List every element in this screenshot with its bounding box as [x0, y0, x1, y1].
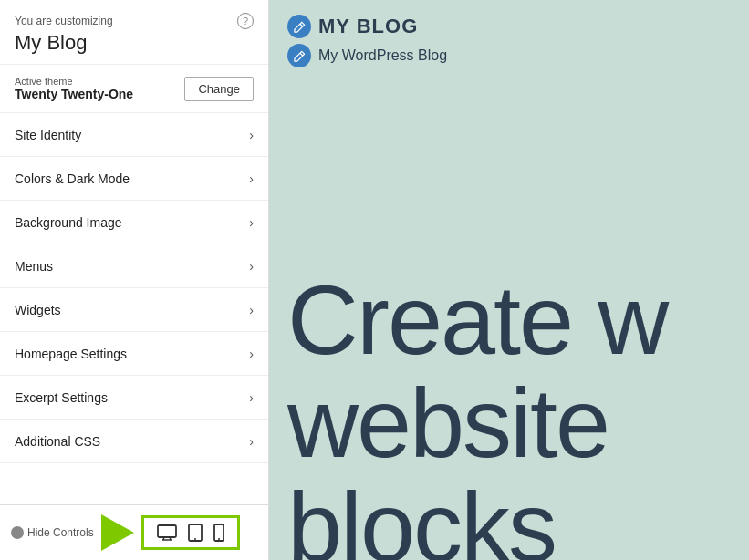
green-arrow-icon: [101, 514, 134, 551]
svg-point-5: [194, 538, 196, 540]
chevron-right-icon: ›: [249, 390, 254, 405]
sidebar-header: You are customizing ? My Blog: [0, 0, 268, 65]
preview-main-line3: blocks: [287, 475, 667, 560]
circle-icon: [11, 526, 24, 539]
svg-rect-0: [158, 525, 176, 537]
sidebar-footer: Hide Controls: [0, 504, 268, 560]
nav-item-label: Homepage Settings: [15, 347, 127, 361]
chevron-right-icon: ›: [249, 171, 254, 186]
chevron-right-icon: ›: [249, 347, 254, 361]
preview-blog-subtitle: My WordPress Blog: [318, 47, 447, 64]
nav-item-homepage-settings[interactable]: Homepage Settings ›: [0, 332, 268, 376]
preview-main-text: Create w website blocks: [287, 268, 667, 560]
preview-main-line2: website: [287, 371, 667, 474]
chevron-right-icon: ›: [249, 128, 254, 142]
mobile-icon[interactable]: [213, 524, 224, 542]
customizing-label: You are customizing ?: [15, 13, 254, 29]
arrow-indicator: [101, 514, 134, 551]
nav-item-background-image[interactable]: Background Image ›: [0, 201, 268, 244]
blog-title: My Blog: [15, 31, 254, 55]
nav-item-label: Additional CSS: [15, 434, 100, 449]
nav-item-label: Excerpt Settings: [15, 390, 108, 405]
svg-line-8: [299, 24, 302, 26]
tablet-icon[interactable]: [188, 524, 203, 542]
nav-item-widgets[interactable]: Widgets ›: [0, 288, 268, 332]
preview-blog-name-row: MY BLOG: [287, 15, 731, 38]
preview-header: MY BLOG My WordPress Blog: [269, 0, 749, 82]
svg-line-9: [299, 53, 302, 56]
preview-blog-name: MY BLOG: [318, 15, 418, 38]
chevron-right-icon: ›: [249, 259, 254, 274]
edit-blog-name-icon[interactable]: [287, 15, 311, 38]
nav-item-label: Menus: [15, 259, 53, 274]
preview-main-line1: Create w: [287, 268, 667, 371]
hide-controls-button[interactable]: Hide Controls: [11, 526, 94, 539]
nav-item-menus[interactable]: Menus ›: [0, 244, 268, 288]
customizing-text: You are customizing: [15, 15, 113, 27]
theme-section: Active theme Twenty Twenty-One Change: [0, 65, 268, 113]
change-theme-button[interactable]: Change: [184, 77, 254, 101]
nav-item-label: Colors & Dark Mode: [15, 171, 130, 186]
nav-item-excerpt-settings[interactable]: Excerpt Settings ›: [0, 376, 268, 420]
preview-blog-subtitle-row: My WordPress Blog: [287, 44, 731, 67]
chevron-right-icon: ›: [249, 215, 254, 230]
nav-item-additional-css[interactable]: Additional CSS ›: [0, 420, 268, 463]
nav-item-label: Widgets: [15, 303, 61, 317]
device-icons-box: [141, 515, 240, 550]
nav-item-label: Background Image: [15, 215, 122, 230]
nav-item-site-identity[interactable]: Site Identity ›: [0, 113, 268, 157]
hide-controls-label: Hide Controls: [27, 526, 94, 539]
help-icon[interactable]: ?: [237, 13, 254, 29]
chevron-right-icon: ›: [249, 434, 254, 449]
active-theme-label: Active theme: [15, 76, 133, 87]
theme-name: Twenty Twenty-One: [15, 87, 133, 101]
nav-list: Site Identity › Colors & Dark Mode › Bac…: [0, 113, 268, 504]
nav-item-label: Site Identity: [15, 128, 81, 142]
preview-panel: MY BLOG My WordPress Blog Create w websi…: [269, 0, 749, 560]
svg-point-7: [218, 538, 220, 540]
nav-item-colors-dark-mode[interactable]: Colors & Dark Mode ›: [0, 157, 268, 201]
desktop-icon[interactable]: [157, 524, 177, 541]
chevron-right-icon: ›: [249, 303, 254, 317]
sidebar: You are customizing ? My Blog Active the…: [0, 0, 269, 560]
theme-info: Active theme Twenty Twenty-One: [15, 76, 133, 101]
edit-subtitle-icon[interactable]: [287, 44, 311, 67]
